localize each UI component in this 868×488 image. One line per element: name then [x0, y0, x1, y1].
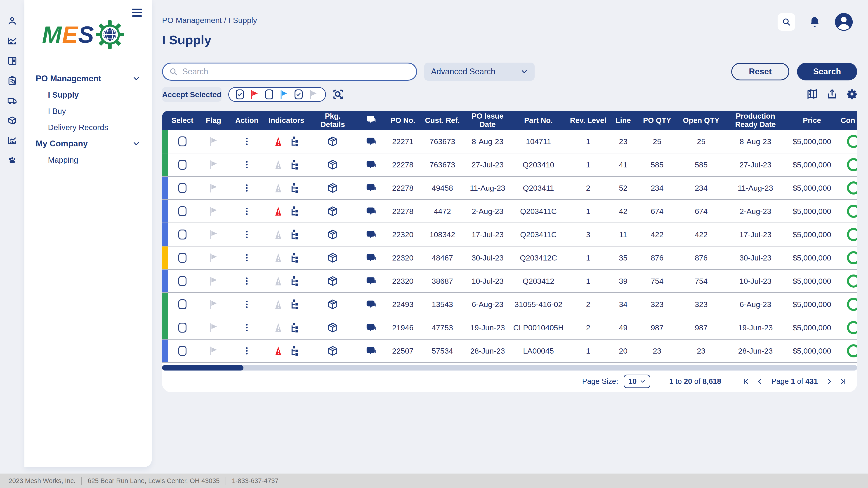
warning-icon[interactable]	[273, 160, 283, 170]
export-icon[interactable]	[826, 88, 838, 100]
col-header-prod_date[interactable]: Production Ready Date	[725, 111, 786, 130]
flag-icon[interactable]	[209, 160, 219, 170]
chat-icon[interactable]	[366, 253, 376, 263]
scan-search-icon[interactable]	[332, 88, 344, 101]
col-header-pkg[interactable]: Pkg. Details	[309, 111, 356, 130]
package-details-icon[interactable]	[327, 206, 338, 217]
hierarchy-icon[interactable]	[289, 206, 300, 217]
col-header-chat[interactable]	[356, 111, 386, 130]
row-menu-icon[interactable]	[242, 299, 251, 309]
analytics-icon[interactable]	[7, 135, 18, 145]
flag-icon[interactable]	[209, 136, 219, 147]
user-avatar[interactable]	[834, 12, 854, 32]
flag-icon[interactable]	[209, 253, 219, 263]
warning-icon[interactable]	[273, 322, 283, 333]
row-menu-icon[interactable]	[242, 183, 251, 193]
row-checkbox[interactable]	[178, 323, 186, 332]
chat-icon[interactable]	[366, 323, 376, 332]
col-header-line[interactable]: Line	[610, 111, 637, 130]
package-details-icon[interactable]	[327, 299, 338, 310]
row-checkbox[interactable]	[178, 206, 186, 216]
horizontal-scrollbar[interactable]	[162, 365, 857, 370]
scrollbar-thumb[interactable]	[162, 365, 243, 370]
sidebar-section-my-company[interactable]: My Company	[24, 135, 152, 152]
hierarchy-icon[interactable]	[289, 136, 300, 147]
col-header-rev[interactable]: Rev. Level	[567, 111, 610, 130]
package-details-icon[interactable]	[327, 159, 338, 170]
gray-flag-icon[interactable]	[308, 89, 318, 100]
ledger-icon[interactable]	[7, 56, 18, 66]
col-header-po_no[interactable]: PO No.	[386, 111, 420, 130]
chat-icon[interactable]	[366, 206, 376, 216]
hierarchy-icon[interactable]	[289, 346, 300, 356]
accept-selected-button[interactable]: Accept Selected	[162, 87, 221, 102]
sidebar-section-po-management[interactable]: PO Management	[24, 70, 152, 87]
user-icon[interactable]	[7, 16, 18, 26]
search-input[interactable]	[182, 67, 410, 76]
blue-flag-icon[interactable]	[279, 89, 289, 100]
row-checkbox[interactable]	[178, 160, 186, 170]
chat-icon[interactable]	[366, 230, 376, 239]
col-header-action[interactable]: Action	[230, 111, 264, 130]
chat-icon[interactable]	[366, 299, 376, 309]
sidebar-item-delivery-records[interactable]: Delivery Records	[24, 119, 152, 135]
warning-icon[interactable]	[273, 229, 283, 240]
notifications-bell-icon[interactable]	[808, 15, 821, 28]
col-header-con[interactable]: Con	[838, 111, 857, 130]
col-header-po_issue[interactable]: PO Issue Date	[465, 111, 510, 130]
last-page-icon[interactable]	[839, 378, 847, 385]
package-details-icon[interactable]	[327, 229, 338, 240]
hierarchy-icon[interactable]	[289, 299, 300, 310]
package-details-icon[interactable]	[327, 252, 338, 263]
col-header-price[interactable]: Price	[786, 111, 838, 130]
col-header-flag[interactable]: Flag	[197, 111, 230, 130]
flag-icon[interactable]	[209, 276, 219, 286]
warning-icon[interactable]	[273, 346, 283, 356]
row-checkbox[interactable]	[178, 346, 186, 356]
chat-icon[interactable]	[366, 346, 376, 356]
truck-icon[interactable]	[7, 95, 18, 106]
row-checkbox[interactable]	[178, 276, 186, 286]
row-menu-icon[interactable]	[242, 346, 251, 356]
flag-icon[interactable]	[209, 229, 219, 240]
hamburger-menu-icon[interactable]	[132, 8, 142, 17]
sidebar-item-mapping[interactable]: Mapping	[24, 152, 152, 168]
paw-icon[interactable]	[7, 155, 18, 165]
first-page-icon[interactable]	[742, 378, 749, 385]
warning-icon[interactable]	[273, 136, 283, 147]
line-chart-icon[interactable]	[7, 36, 18, 46]
row-menu-icon[interactable]	[242, 253, 251, 263]
warning-icon[interactable]	[273, 253, 283, 263]
hierarchy-icon[interactable]	[289, 229, 300, 240]
col-header-part_no[interactable]: Part No.	[510, 111, 567, 130]
flag-filter-checkbox[interactable]	[236, 90, 244, 99]
row-checkbox[interactable]	[178, 183, 186, 193]
chat-icon[interactable]	[366, 136, 376, 147]
flag-filter-checkbox[interactable]	[265, 90, 273, 99]
prev-page-icon[interactable]	[756, 378, 764, 385]
hierarchy-icon[interactable]	[289, 183, 300, 193]
row-menu-icon[interactable]	[242, 160, 251, 170]
flag-icon[interactable]	[209, 346, 219, 356]
map-view-icon[interactable]	[806, 88, 818, 100]
flag-icon[interactable]	[209, 206, 219, 217]
global-search-button[interactable]	[778, 13, 795, 31]
red-flag-icon[interactable]	[249, 89, 260, 100]
warning-icon[interactable]	[273, 183, 283, 193]
settings-gear-icon[interactable]	[846, 88, 858, 100]
hierarchy-icon[interactable]	[289, 276, 300, 286]
row-menu-icon[interactable]	[242, 323, 251, 332]
row-checkbox[interactable]	[178, 230, 186, 239]
hierarchy-icon[interactable]	[289, 322, 300, 333]
col-header-indicators[interactable]: Indicators	[264, 111, 309, 130]
col-header-po_qty[interactable]: PO QTY	[637, 111, 677, 130]
warning-icon[interactable]	[273, 299, 283, 310]
hierarchy-icon[interactable]	[289, 253, 300, 263]
sidebar-item-i-supply[interactable]: I Supply	[24, 87, 152, 103]
next-page-icon[interactable]	[826, 378, 833, 385]
flag-icon[interactable]	[209, 299, 219, 310]
col-header-open_qty[interactable]: Open QTY	[677, 111, 725, 130]
row-checkbox[interactable]	[178, 253, 186, 263]
row-menu-icon[interactable]	[242, 206, 251, 216]
package-details-icon[interactable]	[327, 275, 338, 287]
